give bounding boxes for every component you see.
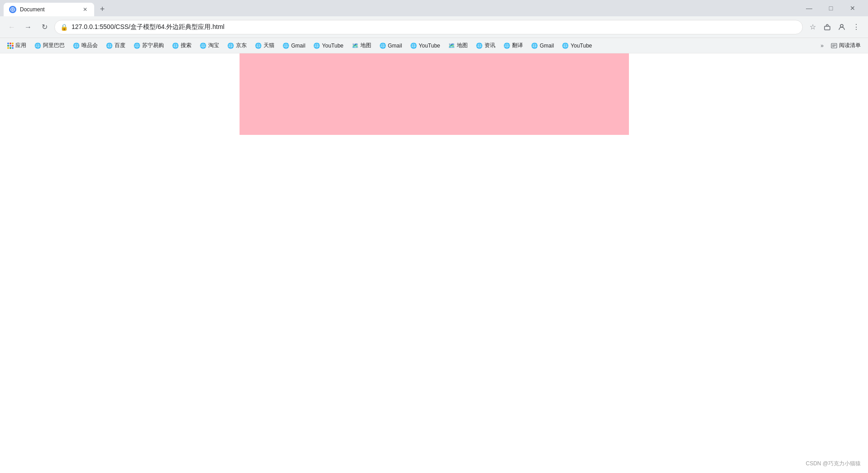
bookmark-label: 苏宁易购 — [142, 42, 164, 49]
globe-icon: 🌐 — [200, 43, 206, 49]
pink-box — [240, 53, 629, 135]
bookmark-label: Gmail — [540, 43, 554, 49]
svg-rect-3 — [825, 26, 830, 30]
bookmark-youtube-1[interactable]: 🌐 YouTube — [310, 41, 347, 51]
tab-bar: Document ✕ + — [4, 0, 799, 16]
bookmark-map-1[interactable]: 🗺️ 地图 — [348, 40, 375, 51]
watermark: CSDN @巧克力小猫猿 — [806, 460, 861, 468]
globe-icon: 🌐 — [34, 43, 41, 49]
maximize-button[interactable]: □ — [821, 1, 841, 15]
reading-list-label: 阅读清单 — [839, 42, 861, 49]
globe-icon: 🌐 — [531, 43, 538, 49]
bookmark-news[interactable]: 🌐 资讯 — [472, 40, 499, 51]
extensions-button[interactable] — [821, 21, 834, 33]
bookmark-star-button[interactable]: ☆ — [806, 21, 819, 33]
bookmarks-bar: 应用 🌐 阿里巴巴 🌐 唯品会 🌐 百度 🌐 苏宁易购 🌐 搜索 🌐 淘宝 � — [0, 38, 868, 53]
map-pin-icon: 🗺️ — [352, 43, 359, 49]
bookmark-label: 资讯 — [484, 42, 495, 49]
refresh-button[interactable]: ↻ — [38, 21, 51, 33]
bookmark-label: 唯品会 — [82, 42, 98, 49]
globe-icon: 🌐 — [562, 43, 569, 49]
bookmark-label: 阿里巴巴 — [43, 42, 65, 49]
bookmark-label: 地图 — [360, 42, 371, 49]
bookmark-gmail-3[interactable]: 🌐 Gmail — [528, 41, 557, 51]
globe-icon: 🌐 — [134, 43, 140, 49]
bookmark-taobao[interactable]: 🌐 淘宝 — [196, 40, 223, 51]
reading-list-icon — [831, 43, 837, 49]
tab-close-button[interactable]: ✕ — [82, 6, 89, 13]
more-bookmarks-button[interactable]: » — [818, 41, 826, 51]
title-bar-controls: — □ ✕ — [799, 1, 864, 15]
globe-icon: 🌐 — [172, 43, 179, 49]
bookmark-label: 翻译 — [512, 42, 523, 49]
globe-icon: 🌐 — [106, 43, 113, 49]
menu-button[interactable]: ⋮ — [850, 21, 863, 33]
apps-icon — [7, 43, 14, 49]
globe-icon: 🌐 — [476, 43, 483, 49]
tab-title: Document — [20, 6, 78, 13]
active-tab[interactable]: Document ✕ — [4, 3, 94, 16]
tab-favicon — [9, 6, 16, 13]
globe-icon: 🌐 — [255, 43, 262, 49]
bookmark-apps-label: 应用 — [15, 42, 26, 49]
new-tab-button[interactable]: + — [96, 3, 109, 15]
globe-icon: 🌐 — [227, 43, 234, 49]
bookmark-label: YouTube — [322, 43, 343, 49]
profile-button[interactable] — [835, 21, 848, 33]
browser-window: Document ✕ + — □ ✕ ← → ↻ 🔒 127.0.0.1:550… — [0, 0, 868, 473]
globe-icon: 🌐 — [504, 43, 510, 49]
globe-icon: 🌐 — [410, 43, 417, 49]
address-lock-icon: 🔒 — [60, 24, 68, 31]
globe-icon: 🌐 — [73, 43, 80, 49]
bookmark-label: 京东 — [236, 42, 247, 49]
navigation-bar: ← → ↻ 🔒 127.0.0.1:5500/CSS/盒子模型/64.外边距典型… — [0, 16, 868, 38]
bookmark-baidu[interactable]: 🌐 百度 — [102, 40, 129, 51]
bookmark-translate[interactable]: 🌐 翻译 — [500, 40, 527, 51]
bookmark-search[interactable]: 🌐 搜索 — [168, 40, 195, 51]
globe-icon: 🌐 — [313, 43, 320, 49]
url-text: 127.0.0.1:5500/CSS/盒子模型/64.外边距典型应用.html — [72, 23, 797, 31]
bookmark-gmail-1[interactable]: 🌐 Gmail — [279, 41, 309, 51]
bookmark-label: YouTube — [571, 43, 592, 49]
page-content — [0, 53, 868, 473]
nav-actions: ☆ ⋮ — [806, 21, 863, 33]
reading-list-button[interactable]: 阅读清单 — [827, 40, 864, 51]
title-bar: Document ✕ + — □ ✕ — [0, 0, 868, 16]
forward-button[interactable]: → — [22, 21, 34, 33]
bookmark-alibaba[interactable]: 🌐 阿里巴巴 — [31, 40, 68, 51]
bookmark-suning[interactable]: 🌐 苏宁易购 — [130, 40, 168, 51]
address-bar[interactable]: 🔒 127.0.0.1:5500/CSS/盒子模型/64.外边距典型应用.htm… — [54, 20, 803, 34]
bookmark-label: YouTube — [419, 43, 440, 49]
bookmark-tianmao[interactable]: 🌐 天猫 — [251, 40, 278, 51]
bookmark-apps[interactable]: 应用 — [4, 40, 30, 51]
close-button[interactable]: ✕ — [843, 1, 863, 15]
bookmark-youtube-2[interactable]: 🌐 YouTube — [407, 41, 444, 51]
bookmark-map-2[interactable]: 🗺️ 地图 — [445, 40, 471, 51]
globe-icon: 🌐 — [379, 43, 386, 49]
map-pin-icon: 🗺️ — [448, 43, 455, 49]
bookmark-label: 淘宝 — [208, 42, 219, 49]
bookmark-youtube-3[interactable]: 🌐 YouTube — [558, 41, 595, 51]
back-button[interactable]: ← — [5, 21, 18, 33]
bookmark-gmail-2[interactable]: 🌐 Gmail — [376, 41, 406, 51]
minimize-button[interactable]: — — [799, 1, 819, 15]
bookmark-label: 地图 — [457, 42, 468, 49]
globe-icon: 🌐 — [283, 43, 289, 49]
bookmark-vipshop[interactable]: 🌐 唯品会 — [69, 40, 101, 51]
svg-point-4 — [840, 24, 843, 27]
bookmark-label: 搜索 — [181, 42, 192, 49]
bookmark-label: 天猫 — [264, 42, 274, 49]
bookmark-label: Gmail — [291, 43, 305, 49]
bookmark-label: Gmail — [388, 43, 402, 49]
bookmark-label: 百度 — [115, 42, 125, 49]
bookmark-jd[interactable]: 🌐 京东 — [224, 40, 250, 51]
